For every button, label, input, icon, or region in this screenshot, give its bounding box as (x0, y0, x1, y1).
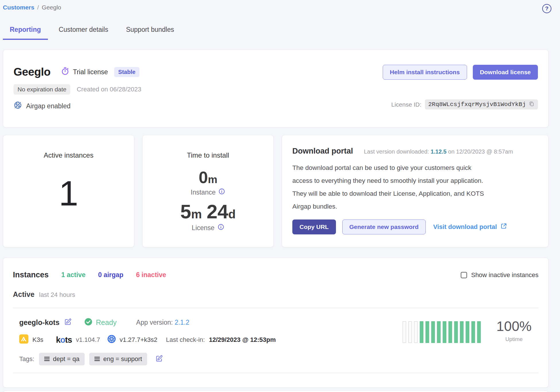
uptime-bar (431, 321, 435, 343)
uptime-bars (402, 321, 481, 343)
k3s-icon (19, 334, 28, 345)
active-section-subheader: last 24 hours (39, 291, 75, 299)
distribution-label: K3s (32, 336, 43, 344)
external-link-icon (500, 223, 507, 231)
uptime-bar (420, 321, 423, 343)
active-instances-title: Active instances (3, 151, 134, 159)
download-license-button[interactable]: Download license (473, 65, 538, 80)
help-icon[interactable]: ? (542, 4, 551, 13)
time-to-install-card: Time to install 0m Instance 5m 24d (142, 135, 274, 247)
copy-url-button[interactable]: Copy URL (292, 219, 336, 234)
channel-badge: Stable (114, 67, 139, 77)
tag-pill: eng = support (89, 353, 147, 365)
tag-value: dept = qa (53, 355, 79, 363)
last-checkin-value: 12/29/2023 @ 12:53pm (209, 336, 276, 344)
tab-reporting[interactable]: Reporting (3, 24, 48, 40)
uptime-label: Uptime (496, 336, 532, 342)
uptime-bar (460, 321, 464, 343)
license-id-pill: 2Rq8WLcsjfxqrMysjvB1WodYkBj (425, 99, 538, 109)
uptime-area: 100% Uptime (402, 320, 532, 365)
show-inactive-toggle[interactable]: Show inactive instances (461, 271, 538, 279)
license-id-value: 2Rq8WLcsjfxqrMysjvB1WodYkBj (428, 101, 526, 108)
kots-logo-o: o (60, 335, 65, 344)
show-inactive-checkbox[interactable] (461, 272, 467, 278)
last-version-label: Last version downloaded: (364, 148, 429, 155)
show-inactive-label: Show inactive instances (471, 271, 538, 279)
uptime-bar (477, 321, 481, 343)
tab-customer-details[interactable]: Customer details (52, 24, 115, 40)
active-instances-card: Active instances 1 (3, 135, 134, 247)
info-icon[interactable] (217, 224, 224, 232)
copy-icon[interactable] (529, 101, 534, 108)
kubernetes-icon (108, 335, 116, 345)
instance-status: Ready (96, 318, 116, 327)
tab-bar: Reporting Customer details Support bundl… (3, 24, 549, 40)
breadcrumb-current: Geeglo (42, 4, 61, 11)
airgap-globe-icon (13, 101, 22, 111)
kots-logo-ts: ts (65, 335, 72, 344)
instances-title: Instances (13, 271, 49, 279)
kots-logo: kots (56, 335, 72, 345)
license-install-time-value1: 5 (180, 201, 191, 222)
last-version-link[interactable]: 1.12.5 (431, 148, 447, 155)
instances-card: Instances 1 active 0 airgap 6 inactive S… (3, 258, 549, 388)
tag-pill: dept = qa (39, 353, 85, 365)
app-version-link[interactable]: 2.1.2 (175, 319, 189, 326)
instance-install-label: Instance (191, 189, 216, 196)
uptime-bar (471, 321, 475, 343)
expiration-badge: No expiration date (13, 84, 70, 95)
uptime-bar (443, 321, 446, 343)
download-portal-title: Download portal (292, 147, 353, 156)
uptime-bar (454, 321, 458, 343)
license-type-label: Trial license (73, 68, 108, 76)
uptime-bar (425, 321, 429, 343)
customer-reporting-page: Customers / Geeglo ? Reporting Customer … (0, 0, 560, 392)
last-version-date: on 12/20/2023 @ 8:57am (448, 148, 513, 155)
airgap-count-filter[interactable]: 0 airgap (98, 271, 123, 279)
visit-download-portal-label: Visit download portal (433, 223, 497, 231)
next-section-card-partial (3, 391, 549, 392)
uptime-bar (414, 321, 418, 343)
edit-tags-icon[interactable] (155, 355, 163, 364)
topbar: Customers / Geeglo ? (3, 0, 549, 14)
visit-download-portal-link[interactable]: Visit download portal (433, 223, 507, 231)
inactive-count-filter[interactable]: 6 inactive (136, 271, 166, 279)
breadcrumb: Customers / Geeglo (3, 4, 61, 11)
stopwatch-icon (61, 67, 69, 77)
breadcrumb-customers-link[interactable]: Customers (3, 4, 34, 11)
uptime-bar (448, 321, 452, 343)
generate-new-password-button[interactable]: Generate new password (342, 219, 426, 234)
uptime-bar (402, 321, 406, 343)
license-id-label: License ID: (391, 101, 421, 108)
airgap-enabled-label: Airgap enabled (26, 102, 71, 110)
info-icon[interactable] (218, 188, 225, 197)
tags-label: Tags: (19, 355, 34, 363)
active-instances-value: 1 (3, 176, 134, 211)
instance-install-time-value: 0 (199, 168, 208, 187)
uptime-bar (466, 321, 469, 343)
uptime-percent: 100% (496, 320, 532, 333)
uptime-bar (408, 321, 412, 343)
license-type: Trial license (61, 67, 108, 77)
license-summary-right: Helm install instructions Download licen… (383, 50, 538, 127)
tab-support-bundles[interactable]: Support bundles (119, 24, 181, 40)
instance-install-time-unit: m (208, 174, 217, 185)
license-install-time-value2: 24 (207, 201, 228, 222)
ready-check-icon (84, 318, 92, 327)
app-version-label: App version: (136, 319, 173, 326)
last-checkin-label: Last check-in: (166, 336, 205, 344)
license-install-label: License (192, 224, 214, 232)
active-count-filter[interactable]: 1 active (61, 271, 85, 279)
license-summary-card: Geeglo Trial license Stable No exp (3, 50, 549, 128)
active-section-header: Active (13, 290, 34, 299)
stats-row: Active instances 1 Time to install 0m In… (3, 135, 549, 247)
license-install-time-unit1: m (191, 207, 202, 221)
kots-version: v1.104.7 (76, 336, 100, 344)
tag-lines-icon (44, 355, 50, 363)
edit-instance-name-icon[interactable] (64, 318, 72, 327)
download-portal-card: Download portal Last version downloaded:… (282, 135, 549, 247)
breadcrumb-separator: / (37, 4, 39, 11)
created-date-text: Created on 06/28/2023 (77, 86, 141, 93)
license-install-time-unit2: d (228, 207, 236, 221)
helm-install-instructions-button[interactable]: Helm install instructions (383, 65, 467, 80)
